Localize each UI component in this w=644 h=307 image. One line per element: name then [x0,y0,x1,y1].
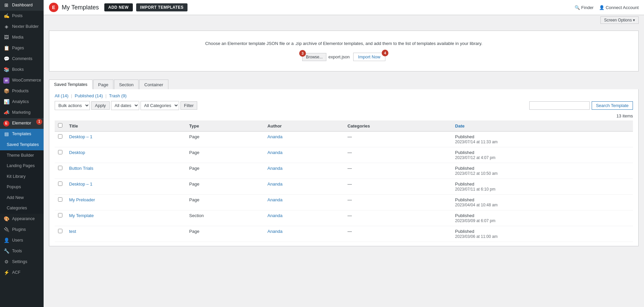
template-title-link[interactable]: test [69,229,76,234]
templates-table: Title Type Author Categories Date [55,120,633,242]
row-checkbox[interactable] [58,166,62,170]
sidebar-item-users[interactable]: 👤 Users [0,235,44,246]
row-checkbox[interactable] [58,213,62,217]
row-title-cell: Desktop – 1 [66,132,186,147]
template-author[interactable]: Ananda [267,182,282,187]
template-author[interactable]: Ananda [267,213,282,218]
sidebar-item-woocommerce[interactable]: W WooCommerce [0,75,44,86]
sidebar-item-posts[interactable]: ✍ Posts [0,11,44,21]
row-checkbox[interactable] [58,197,62,202]
add-new-button[interactable]: ADD NEW [104,3,133,11]
row-checkbox[interactable] [58,182,62,186]
row-checkbox[interactable] [58,150,62,154]
screen-options-button[interactable]: Screen Options ▾ [600,16,639,24]
col-header-title: Title [66,120,186,132]
apply-button[interactable]: Apply [91,101,110,110]
template-author[interactable]: Ananda [267,166,282,171]
row-checkbox-cell [55,132,66,147]
sidebar-item-pages[interactable]: 📋 Pages [0,43,44,54]
sidebar-item-books[interactable]: 📚 Books [0,64,44,75]
template-title-link[interactable]: My Preloader [69,197,95,202]
sidebar-item-acf[interactable]: ⚡ ACF [0,267,44,278]
row-type-cell: Section [186,210,264,226]
table-header-row: Title Type Author Categories Date [55,120,633,132]
template-title-link[interactable]: My Template [69,213,94,218]
template-author[interactable]: Ananda [267,229,282,234]
select-all-checkbox[interactable] [58,123,62,127]
template-author[interactable]: Ananda [267,197,282,202]
sidebar-subitem-categories[interactable]: Categories [0,203,44,214]
col-header-date[interactable]: Date [452,120,633,132]
row-type-cell: Page [186,195,264,210]
import-templates-button[interactable]: IMPORT TEMPLATES [136,3,188,11]
sidebar-item-analytics[interactable]: 📊 Analytics [0,97,44,107]
template-date-status: Published [455,134,474,139]
template-author[interactable]: Ananda [267,134,282,139]
tab-page[interactable]: Page [93,80,113,89]
row-categories-cell: — [344,179,452,195]
filter-links: All (14) | Published (14) | Trash (9) [55,93,633,98]
table-row: My Template Section Ananda — Published 2… [55,210,633,226]
sidebar-item-templates[interactable]: ▤ Templates [0,129,44,140]
template-title-link[interactable]: Button Trials [69,166,93,171]
row-title-cell: Button Trials [66,163,186,179]
sidebar-item-elementor[interactable]: E Elementor 1 [0,118,44,129]
row-categories-cell: — [344,163,452,179]
bulk-actions-select[interactable]: Bulk actions [55,101,90,110]
col-header-categories: Categories [344,120,452,132]
sidebar-item-plugins[interactable]: 🔌 Plugins [0,224,44,235]
sidebar-item-media[interactable]: 🖼 Media [0,32,44,43]
page-title: My Templates [62,4,99,11]
sidebar-subitem-landing-pages[interactable]: Landing Pages [0,161,44,171]
sidebar-subitem-add-new[interactable]: Add New [0,193,44,203]
tab-saved-templates[interactable]: Saved Templates [49,80,93,89]
template-title-link[interactable]: Desktop – 1 [69,182,92,187]
pages-icon: 📋 [3,45,9,51]
template-categories: — [347,229,352,234]
sidebar-item-settings[interactable]: ⚙ Settings [0,257,44,267]
sidebar-subitem-popups[interactable]: Popups [0,182,44,193]
sidebar-item-nexter-builder[interactable]: ◈ Nexter Builder [0,21,44,32]
template-categories: — [347,134,352,139]
template-author[interactable]: Ananda [267,150,282,155]
filter-button[interactable]: Filter [180,101,198,110]
col-header-checkbox [55,120,66,132]
sidebar-item-comments[interactable]: 💬 Comments [0,54,44,64]
tab-section[interactable]: Section [114,80,139,89]
filter-all-link[interactable]: All (14) [55,93,68,98]
all-categories-select[interactable]: All Categories [141,101,179,110]
row-date-cell: Published 2023/07/14 at 11:33 am [452,132,633,147]
all-dates-select[interactable]: All dates [111,101,139,110]
sidebar-dashboard[interactable]: ⊞ Dashboard [0,0,44,11]
posts-icon: ✍ [3,13,9,19]
sidebar-item-appearance[interactable]: 🎨 Appearance [0,214,44,224]
tab-container[interactable]: Container [139,80,168,89]
row-checkbox[interactable] [58,229,62,233]
row-title-cell: Desktop – 1 [66,179,186,195]
table-row: Desktop – 1 Page Ananda — Published 2023… [55,132,633,147]
filter-trash-link[interactable]: Trash (9) [109,93,126,98]
marketing-icon: 📣 [3,110,9,116]
row-author-cell: Ananda [264,210,344,226]
sidebar-item-products[interactable]: 📦 Products [0,86,44,97]
sidebar-subitem-kit-library[interactable]: Kit Library [0,171,44,182]
template-title-link[interactable]: Desktop – 1 [69,134,92,139]
finder-button[interactable]: 🔍 Finder [575,5,594,10]
import-now-button[interactable]: Import Now 4 [353,53,385,61]
row-author-cell: Ananda [264,132,344,147]
template-date-value: 2023/07/12 at 4:07 pm [455,155,495,160]
filter-published-link[interactable]: Published (14) [75,93,103,98]
row-author-cell: Ananda [264,163,344,179]
row-checkbox-cell [55,147,66,163]
search-template-button[interactable]: Search Template [592,101,633,110]
screen-options-bar: Screen Options ▾ [44,15,644,25]
sidebar-subitem-theme-builder[interactable]: Theme Builder [0,150,44,161]
connect-account-button[interactable]: 👤 Connect Account [599,5,639,10]
sidebar-item-tools[interactable]: 🔧 Tools [0,246,44,257]
browse-button[interactable]: Browse... 3 [302,53,326,61]
sidebar-subitem-saved-templates[interactable]: Saved Templates [0,140,44,150]
template-title-link[interactable]: Desktop [69,150,85,155]
sidebar-item-marketing[interactable]: 📣 Marketing [0,107,44,118]
search-input[interactable] [529,101,590,110]
row-checkbox[interactable] [58,134,62,139]
